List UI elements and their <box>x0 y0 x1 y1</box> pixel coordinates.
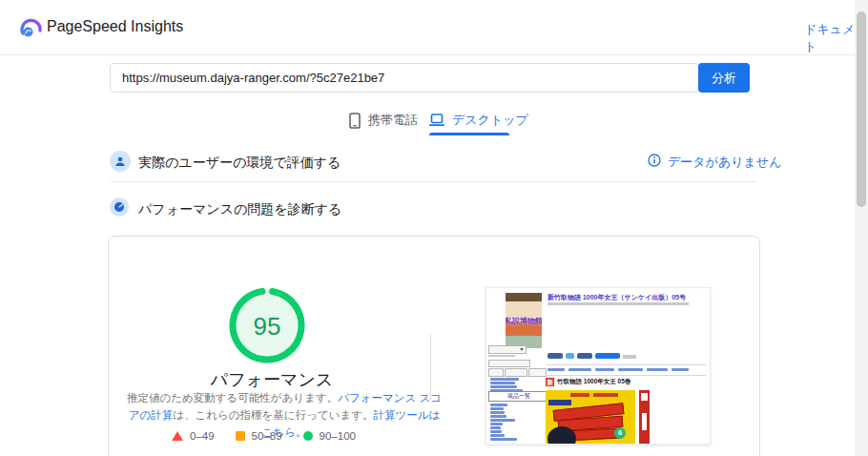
legend-item-poor: 0–49 <box>172 430 215 442</box>
desc-text-1: 推定値のため変動する可能性があります。 <box>127 392 338 404</box>
share-count <box>623 355 636 359</box>
article-heading: 竹取物語 1000年女王 05巻 <box>557 378 630 386</box>
thumbnail-text-line <box>488 355 515 357</box>
score-legend: 0–49 50–89 90–100 <box>172 430 401 442</box>
tag-link <box>618 368 643 371</box>
green-circle-icon <box>303 431 313 441</box>
tab-desktop[interactable]: デスクトップ <box>429 108 528 133</box>
cover-series-label <box>548 400 571 405</box>
cover-top-text <box>593 393 618 397</box>
spine-text-art <box>641 393 648 401</box>
performance-label: パフォーマンス <box>172 368 372 391</box>
tag-link <box>672 368 689 371</box>
tab-desktop-label: デスクトップ <box>452 112 528 129</box>
legend-item-good: 90–100 <box>303 430 356 442</box>
lab-gauge-icon <box>110 197 129 217</box>
desc-text-2: は、これらの指標を基に行っています。 <box>173 409 373 421</box>
field-users-icon <box>110 151 131 172</box>
thumbnail-divider <box>546 364 706 365</box>
page-title: PageSpeed Insights <box>47 18 183 35</box>
share-button <box>548 353 563 359</box>
thumbnail-new-button <box>528 368 547 377</box>
url-input[interactable] <box>110 63 699 93</box>
site-logo-text: 私設博物館 <box>506 316 542 326</box>
sidebar-link <box>490 404 507 406</box>
legend-range: 50–89 <box>252 430 282 442</box>
legend-range: 90–100 <box>320 430 356 442</box>
spine-text-art <box>642 413 647 430</box>
tag-link <box>548 368 565 371</box>
sidebar-link <box>490 419 515 422</box>
sidebar-link <box>490 411 505 414</box>
cover-top-text <box>570 393 589 397</box>
active-tab-indicator <box>429 133 509 135</box>
sidebar-link <box>490 434 505 437</box>
field-section-title: 実際のユーザーの環境で評価する <box>138 155 341 172</box>
manga-cover-image: 6 <box>546 390 635 444</box>
performance-score-gauge[interactable]: 95 <box>226 284 308 366</box>
sidebar-link <box>490 423 503 425</box>
thumbnail-search-button <box>488 368 504 377</box>
thumbnail-tagline <box>548 302 689 305</box>
sidebar-link <box>490 382 515 384</box>
performance-score-value: 95 <box>226 312 308 342</box>
sidebar-link <box>490 438 517 441</box>
sidebar-link <box>490 407 504 410</box>
page-screenshot-thumbnail[interactable]: 私設博物館 新竹取物語 1000年女王（サンケイ出版）05号 蔵品一覧 <box>486 287 711 445</box>
section-divider <box>110 181 756 182</box>
share-button <box>577 353 592 359</box>
tab-mobile[interactable]: 携帯電話 <box>349 108 418 133</box>
tag-link <box>647 368 668 371</box>
thumbnail-select <box>488 345 527 354</box>
lab-section-title: パフォーマンスの問題を診断する <box>138 201 341 218</box>
book-spine <box>639 390 650 444</box>
tab-mobile-label: 携帯電話 <box>368 112 418 129</box>
phone-icon <box>349 113 361 129</box>
share-button <box>595 353 620 359</box>
app-header: PageSpeed Insights ドキュメント <box>0 0 868 55</box>
tag-link <box>595 368 614 371</box>
info-icon[interactable] <box>648 154 661 171</box>
thumbnail-page-title: 新竹取物語 1000年女王（サンケイ出版）05号 <box>548 293 706 302</box>
legend-item-average: 50–89 <box>236 430 282 442</box>
pagespeed-logo-icon <box>19 16 44 39</box>
sidebar-link <box>490 378 519 381</box>
sidebar-link <box>490 426 501 429</box>
share-button <box>566 353 574 359</box>
thumbnail-search-box <box>488 360 530 367</box>
desktop-icon <box>429 114 444 127</box>
site-logo-image: 私設博物館 <box>506 293 542 348</box>
thumbnail-words-button <box>505 368 527 377</box>
analyze-button[interactable]: 分析 <box>698 63 750 93</box>
sidebar-link <box>490 415 506 418</box>
new-badge: 新 <box>546 378 554 386</box>
red-triangle-icon <box>172 431 183 441</box>
thumbnail-divider <box>546 375 706 376</box>
sidebar-link <box>490 430 502 433</box>
tag-link <box>568 368 591 371</box>
vertical-divider <box>430 335 431 400</box>
cover-volume-badge: 6 <box>614 427 626 439</box>
orange-square-icon <box>236 431 245 441</box>
sidebar-link <box>490 385 517 388</box>
scrollbar-thumb[interactable] <box>857 11 866 207</box>
performance-report-card: 95 パフォーマンス 推定値のため変動する可能性があります。パフォーマンス スコ… <box>108 236 760 456</box>
no-data-link[interactable]: データがありません <box>668 154 781 171</box>
sidebar-box-label: 蔵品一覧 <box>488 391 549 402</box>
legend-range: 0–49 <box>190 430 215 442</box>
